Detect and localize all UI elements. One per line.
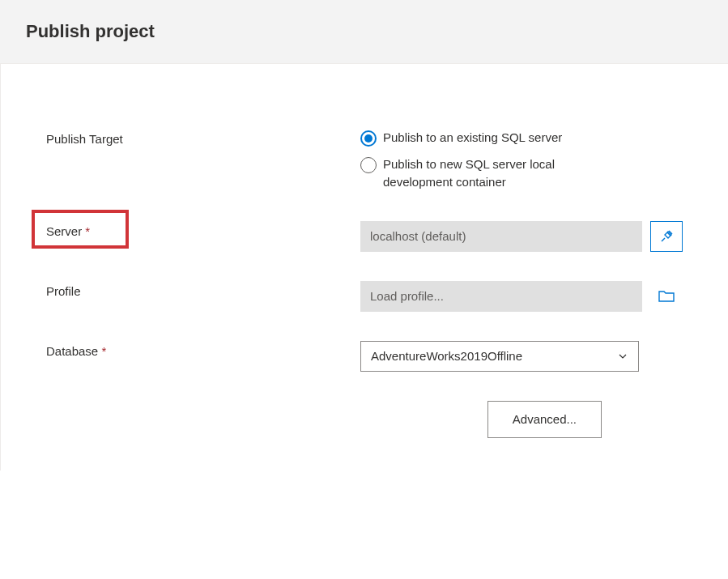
database-label: Database [46, 344, 106, 358]
chevron-down-icon [617, 351, 628, 362]
dialog-title: Publish project [26, 21, 702, 42]
dialog-content: Publish Target Publish to an existing SQ… [0, 64, 728, 470]
radio-icon [360, 157, 377, 173]
publish-target-label: Publish Target [46, 129, 360, 146]
folder-icon [658, 288, 675, 304]
connect-server-button[interactable] [650, 221, 683, 252]
radio-existing-server[interactable]: Publish to an existing SQL server [360, 129, 626, 147]
button-row: Advanced... [46, 401, 683, 438]
publish-target-radio-group: Publish to an existing SQL server Publis… [360, 129, 626, 192]
plug-icon [658, 228, 675, 245]
database-select[interactable]: AdventureWorks2019Offline [360, 341, 639, 372]
radio-new-container[interactable]: Publish to new SQL server local developm… [360, 155, 626, 192]
publish-target-row: Publish Target Publish to an existing SQ… [46, 129, 683, 192]
profile-label: Profile [46, 281, 360, 298]
database-row: Database AdventureWorks2019Offline [46, 341, 683, 372]
server-label-col: Server [46, 221, 360, 238]
browse-profile-button[interactable] [650, 281, 683, 312]
advanced-button[interactable]: Advanced... [487, 401, 602, 438]
highlight-box [32, 210, 129, 249]
server-row: Server [46, 221, 683, 252]
radio-new-label: Publish to new SQL server local developm… [383, 155, 626, 192]
server-input[interactable] [360, 221, 642, 252]
profile-row: Profile [46, 281, 683, 312]
database-value: AdventureWorks2019Offline [371, 349, 617, 363]
profile-input[interactable] [360, 281, 642, 312]
database-label-col: Database [46, 341, 360, 358]
radio-icon [360, 130, 377, 147]
radio-existing-label: Publish to an existing SQL server [383, 129, 562, 147]
dialog-header: Publish project [0, 0, 728, 64]
